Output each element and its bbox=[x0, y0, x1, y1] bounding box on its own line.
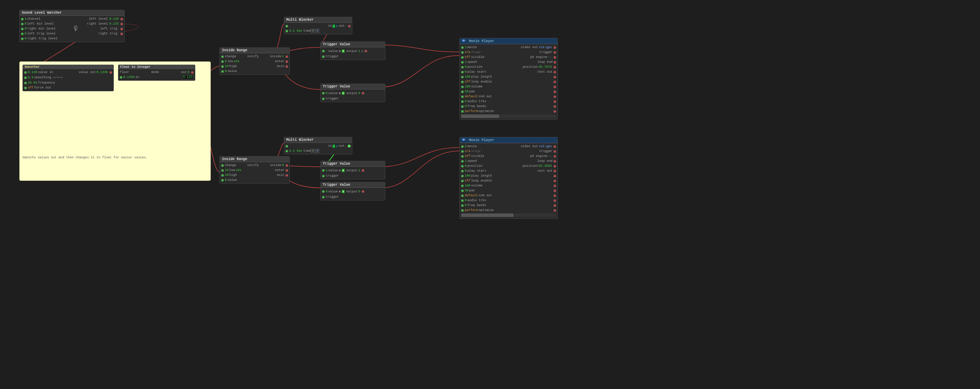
mp2-port-playstart[interactable] bbox=[461, 170, 464, 172]
slw-port-rl[interactable] bbox=[121, 23, 123, 25]
tv1b-port-trig[interactable] bbox=[322, 98, 325, 100]
ir1-port-enter[interactable] bbox=[286, 60, 288, 63]
mp1-port-loopend[interactable] bbox=[554, 61, 556, 64]
mp2-port-freqbands[interactable] bbox=[461, 204, 464, 207]
mp1-port-loopen-r[interactable] bbox=[554, 81, 556, 83]
mb2-port-out[interactable] bbox=[348, 144, 350, 148]
mp1-port-pan-r[interactable] bbox=[554, 91, 556, 93]
ir2-port-change[interactable] bbox=[221, 164, 224, 167]
mp1-port-stage[interactable] bbox=[461, 51, 464, 54]
slw-port-rml[interactable] bbox=[21, 28, 24, 30]
tv1b-port-out[interactable] bbox=[362, 92, 364, 94]
mp2-port-sndout[interactable] bbox=[461, 195, 464, 197]
mp1-port-audiotrks[interactable] bbox=[461, 100, 464, 103]
ir1-port-val[interactable] bbox=[221, 70, 224, 73]
mp2-port-audiotrks[interactable] bbox=[461, 199, 464, 202]
ir2-port-val[interactable] bbox=[221, 179, 224, 181]
mp2-port-vol[interactable] bbox=[461, 185, 464, 187]
mp1-port-sndout-r[interactable] bbox=[554, 95, 556, 98]
mb2-port-in[interactable] bbox=[286, 145, 288, 148]
mp1-port-pbengine[interactable] bbox=[554, 56, 556, 59]
mb1-time-box[interactable]: X bbox=[311, 29, 315, 33]
tv2b-port-trig[interactable] bbox=[322, 196, 325, 198]
smoother-port-vi[interactable] bbox=[24, 71, 27, 74]
mp2-port-pan-r[interactable] bbox=[554, 190, 556, 192]
slw-port-ll[interactable] bbox=[121, 18, 123, 21]
ir2-port-inside[interactable] bbox=[286, 164, 288, 167]
slw-port-rt[interactable] bbox=[121, 33, 123, 35]
mp1-port-optimize[interactable] bbox=[461, 110, 464, 113]
mp1-port-freqbands-r[interactable] bbox=[554, 105, 556, 108]
ir1-port-high[interactable] bbox=[221, 65, 224, 68]
mb2-port-time[interactable] bbox=[286, 150, 288, 152]
mp1-port-audiotrks-r[interactable] bbox=[554, 100, 556, 103]
mp2-port-movie[interactable] bbox=[461, 145, 464, 148]
mb1-time-box2[interactable]: X bbox=[315, 29, 319, 33]
mb2-time-box[interactable]: X bbox=[311, 149, 315, 153]
mp1-port-visible[interactable] bbox=[461, 56, 464, 59]
tv1a-port-trig[interactable] bbox=[322, 56, 325, 58]
mp2-port-sndout-r[interactable] bbox=[554, 195, 556, 197]
ir1-port-exit[interactable] bbox=[286, 65, 288, 68]
mp2-port-playlen-r[interactable] bbox=[554, 175, 556, 177]
mp1-port-vidout[interactable] bbox=[554, 46, 556, 49]
mp2-port-vol-r[interactable] bbox=[554, 185, 556, 187]
mp2-port-loopen[interactable] bbox=[461, 180, 464, 182]
tv2a-port-out[interactable] bbox=[362, 169, 364, 171]
mb2-time-box2[interactable]: X bbox=[315, 149, 319, 153]
mb1-port-out[interactable] bbox=[348, 25, 350, 27]
slw-port-lt[interactable] bbox=[121, 28, 123, 30]
mp1-port-vol-r[interactable] bbox=[554, 86, 556, 88]
mp1-port-trigger[interactable] bbox=[554, 51, 556, 54]
ir2-port-enter[interactable] bbox=[286, 169, 288, 171]
mp1-port-posout[interactable] bbox=[554, 66, 556, 68]
mp2-port-posout[interactable] bbox=[554, 165, 556, 167]
mp1-port-optimize-r[interactable] bbox=[554, 110, 556, 113]
mp2-port-pbengine[interactable] bbox=[554, 155, 556, 158]
slw-port-lml[interactable] bbox=[21, 23, 24, 25]
tv1a-port-out[interactable] bbox=[364, 50, 367, 52]
slw-port-ltl[interactable] bbox=[21, 33, 24, 35]
tv2b-port-out[interactable] bbox=[362, 190, 364, 193]
mp2-port-freqbands-r[interactable] bbox=[554, 204, 556, 207]
mp1-port-loopen[interactable] bbox=[461, 81, 464, 83]
mp2-port-stage[interactable] bbox=[461, 150, 464, 153]
mp1-port-freqbands[interactable] bbox=[461, 105, 464, 108]
ir2-port-exit[interactable] bbox=[286, 174, 288, 176]
ir2-port-low[interactable] bbox=[221, 169, 224, 171]
mp2-port-textout[interactable] bbox=[554, 170, 556, 172]
fti-input[interactable]: 0.123 bbox=[182, 75, 194, 79]
tv2b-port-val[interactable] bbox=[322, 190, 325, 193]
smoother-port-vo[interactable] bbox=[110, 71, 112, 74]
mp2-port-loopend[interactable] bbox=[554, 160, 556, 162]
mp2-port-trigger[interactable] bbox=[554, 150, 556, 153]
mp2-port-audiotrks-r[interactable] bbox=[554, 199, 556, 202]
slw-port-channel[interactable] bbox=[21, 18, 24, 21]
smoother-port-sm[interactable] bbox=[24, 76, 27, 79]
ir1-port-inside[interactable] bbox=[286, 56, 288, 58]
mp1-port-textout[interactable] bbox=[554, 71, 556, 73]
tv2a-port-trig[interactable] bbox=[322, 175, 325, 177]
mp2-port-optimize[interactable] bbox=[461, 209, 464, 212]
fti-port-out[interactable] bbox=[191, 71, 194, 74]
smoother-port-fr[interactable] bbox=[24, 82, 27, 84]
mp1-port-vol[interactable] bbox=[461, 86, 464, 88]
mp1-port-playlen[interactable] bbox=[461, 76, 464, 78]
smoother-port-fo[interactable] bbox=[24, 87, 27, 89]
mp1-port-playlen-r[interactable] bbox=[554, 76, 556, 78]
mp1-port-movie[interactable] bbox=[461, 46, 464, 49]
mp1-port-pan[interactable] bbox=[461, 91, 464, 93]
mp2-port-optimize-r[interactable] bbox=[554, 209, 556, 212]
mp1-port-speed[interactable] bbox=[461, 61, 464, 64]
mb1-port-in[interactable] bbox=[286, 25, 288, 27]
mp1-port-sndout[interactable] bbox=[461, 95, 464, 98]
mp2-port-pos[interactable] bbox=[461, 165, 464, 167]
mp1-port-playstart[interactable] bbox=[461, 71, 464, 73]
ir1-port-change[interactable] bbox=[221, 56, 224, 58]
mp2-port-vidout[interactable] bbox=[554, 145, 556, 148]
tv1a-port-val[interactable] bbox=[322, 50, 325, 52]
mp2-port-loopen-r[interactable] bbox=[554, 180, 556, 182]
ir1-port-low[interactable] bbox=[221, 60, 224, 63]
fti-port-in[interactable] bbox=[120, 76, 122, 79]
mb1-port-time[interactable] bbox=[286, 30, 288, 32]
